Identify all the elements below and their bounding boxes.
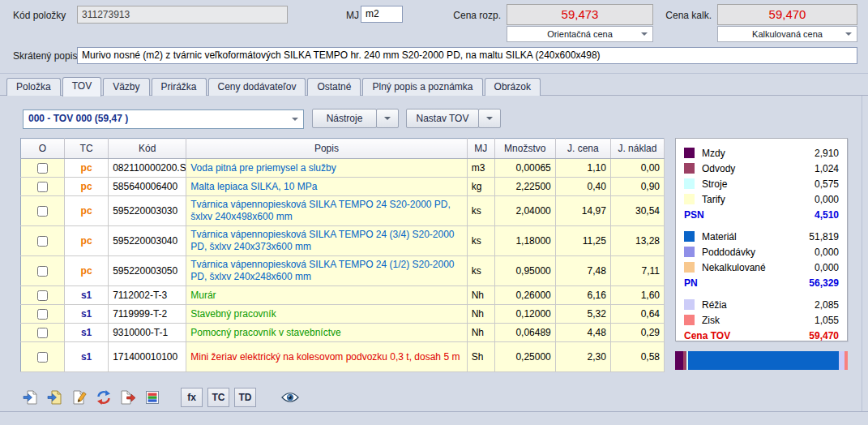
row-checkbox[interactable] <box>37 266 48 277</box>
table-row[interactable]: pc 595220003030 Tvárnica vápennopiesková… <box>21 196 665 226</box>
table-row[interactable]: s1 9310000-T-1 Pomocný pracovník v stave… <box>21 324 665 342</box>
row-mj: Nh <box>467 286 494 305</box>
row-kod: 7112002-T-3 <box>109 286 186 305</box>
col-header-jcena[interactable]: J. cena <box>555 139 610 159</box>
summary-row: PN 56,329 <box>684 275 839 290</box>
tab[interactable]: Ostatné <box>307 78 361 96</box>
row-tc: pc <box>65 256 109 286</box>
tab[interactable]: Prirážka <box>152 78 207 96</box>
tov-select[interactable]: 000 - TOV 000 (59,47 ) <box>23 109 304 129</box>
row-mj: m3 <box>467 159 494 178</box>
export-item-icon[interactable] <box>120 389 136 406</box>
color-list-icon[interactable] <box>144 389 160 406</box>
row-popis: Tvárnica vápennopiesková SILKA TEMPO 24 … <box>186 226 467 256</box>
row-checkbox[interactable] <box>37 290 48 301</box>
summary-label: Odvody <box>702 163 815 174</box>
col-header-mj[interactable]: MJ <box>467 139 494 159</box>
nastav-tov-dropdown-button[interactable] <box>478 109 501 128</box>
tab[interactable]: Väzby <box>103 78 149 96</box>
chevron-down-icon <box>641 32 648 36</box>
tab[interactable]: Položka <box>6 78 61 96</box>
eye-icon[interactable] <box>281 389 299 406</box>
fx-button[interactable]: fx <box>181 388 203 407</box>
chevron-down-icon <box>845 32 852 36</box>
kod-polozky-label: Kód položky <box>13 10 66 21</box>
kod-polozky-field[interactable]: 311273913 <box>77 6 288 24</box>
cost-summary-panel: Mzdy 2,910 Odvody 1,024 Stroje 0,575 Tar… <box>675 138 848 341</box>
table-row[interactable]: s1 7112002-T-3 Murár Nh 0,26000 6,16 1,6… <box>21 286 665 305</box>
table-row[interactable]: pc 595220003050 Tvárnica vápennopiesková… <box>21 256 665 286</box>
row-select-cell <box>21 196 65 226</box>
row-mnozstvo: 2,22500 <box>494 178 555 196</box>
row-mj: ks <box>467 196 494 226</box>
tab[interactable]: TOV <box>62 77 101 97</box>
refresh-icon[interactable] <box>96 389 112 406</box>
row-tc: pc <box>65 196 109 226</box>
nastroje-button[interactable]: Nástroje <box>312 109 377 128</box>
row-mj: kg <box>467 178 494 196</box>
td-button[interactable]: TD <box>234 388 256 407</box>
summary-value: 1,024 <box>815 163 839 174</box>
table-row[interactable]: pc 595220003040 Tvárnica vápennopiesková… <box>21 226 665 256</box>
tab[interactable]: Obrázok <box>485 78 541 96</box>
col-header-popis[interactable]: Popis <box>186 139 467 159</box>
table-row[interactable]: pc 082110000200.S Voda pitná pre priemys… <box>21 159 665 178</box>
col-header-tc[interactable]: TC <box>65 139 109 159</box>
row-jcena: 7,48 <box>555 256 610 286</box>
row-mnozstvo: 0,26000 <box>494 286 555 305</box>
insert-item-from-catalog-icon[interactable] <box>47 389 63 406</box>
row-mj: Nh <box>467 305 494 324</box>
chevron-down-icon <box>384 117 391 120</box>
row-select-cell <box>21 342 65 372</box>
summary-row: Zisk 1,055 <box>684 312 839 328</box>
nastav-tov-button[interactable]: Nastav TOV <box>406 109 479 128</box>
row-checkbox[interactable] <box>37 182 48 192</box>
col-header-kod[interactable]: Kód <box>109 139 186 159</box>
table-row[interactable]: pc 585640006400 Malta lepiaca SILKA, 10 … <box>21 178 665 196</box>
row-jcena: 4,48 <box>555 324 610 342</box>
grid-header-row: O TC Kód Popis MJ Množstvo J. cena J. ná… <box>21 139 665 159</box>
row-kod: 7119999-T-2 <box>109 305 186 324</box>
table-row[interactable]: s1 7119999-T-2 Stavebný pracovník Nh 0,1… <box>21 305 665 324</box>
cena-kalk-type-select[interactable]: Kalkulovaná cena <box>717 26 857 42</box>
summary-value: 59,470 <box>809 330 839 341</box>
row-popis: Pomocný pracovník v stavebníctve <box>186 324 467 342</box>
row-mnozstvo: 0,25000 <box>494 342 555 372</box>
tc-button[interactable]: TC <box>207 388 229 407</box>
row-popis: Stavebný pracovník <box>186 305 467 324</box>
tab-strip: Položka TOV Väzby Prirážka Ceny dodávate… <box>6 78 541 97</box>
row-popis: Malta lepiaca SILKA, 10 MPa <box>186 178 467 196</box>
tab[interactable]: Ceny dodávateľov <box>208 78 306 96</box>
row-checkbox[interactable] <box>37 206 48 217</box>
col-header-mnozstvo[interactable]: Množstvo <box>494 139 555 159</box>
mj-field[interactable]: m2 <box>361 6 403 23</box>
row-checkbox[interactable] <box>37 328 48 338</box>
row-checkbox[interactable] <box>37 309 48 320</box>
row-checkbox[interactable] <box>37 236 48 247</box>
row-mnozstvo: 1,18000 <box>494 226 555 256</box>
bottom-toolbar: fx TC TD <box>23 387 307 408</box>
nastroje-dropdown-button[interactable] <box>376 109 399 128</box>
summary-row: Cena TOV 59,470 <box>684 328 839 343</box>
summary-label: Zisk <box>702 315 815 326</box>
tab[interactable]: Plný popis a poznámka <box>362 78 482 96</box>
col-header-jnaklad[interactable]: J. náklad <box>610 139 664 159</box>
row-mj: Sh <box>467 342 494 372</box>
cena-rozp-type-select[interactable]: Orientačná cena <box>507 26 653 42</box>
row-jnaklad: 13,28 <box>610 226 664 256</box>
summary-label: Tarify <box>702 194 815 205</box>
row-select-cell <box>21 305 65 324</box>
skrateny-popis-field[interactable]: Murivo nosné (m2) z tvárnic veľkoformáto… <box>77 47 857 64</box>
cena-rozp-type-value: Orientačná cena <box>547 29 613 39</box>
row-checkbox[interactable] <box>37 352 48 363</box>
col-header-o[interactable]: O <box>21 139 65 159</box>
row-checkbox[interactable] <box>37 163 48 174</box>
row-tc: pc <box>65 178 109 196</box>
table-row[interactable]: s1 171400010100 Mini žeriav elektrický n… <box>21 342 665 372</box>
summary-label: Cena TOV <box>684 330 809 341</box>
summary-value: 0,000 <box>815 262 839 273</box>
insert-item-icon[interactable] <box>23 389 39 406</box>
row-kod: 585640006400 <box>109 178 186 196</box>
row-mj: Nh <box>467 324 494 342</box>
edit-item-icon[interactable] <box>71 389 88 406</box>
